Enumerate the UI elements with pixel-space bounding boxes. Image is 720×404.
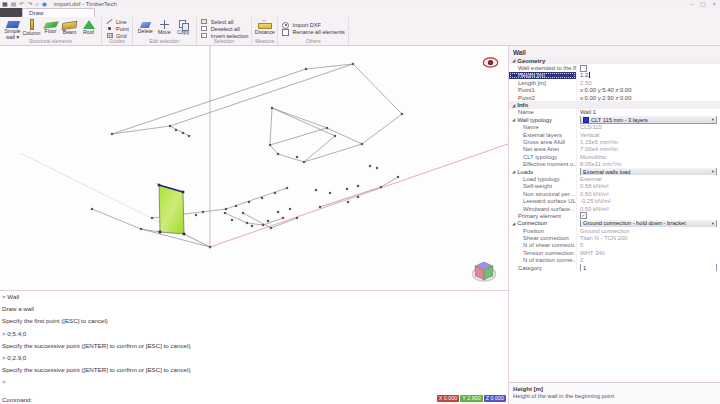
ribbon-roof-button[interactable]: Roof [79, 18, 98, 39]
ribbon-move-button[interactable]: Move [155, 18, 174, 39]
maximize-button[interactable]: ▢ [700, 0, 705, 8]
application-window: ▦▤↶↷⌕◉ import.dxf - TimberTech –▢× DrawV… [0, 0, 720, 404]
ribbon-group-others: Import DXFRename all elementsOthers [278, 17, 349, 45]
property-leeward-surface-uls[interactable]: Leeward surface ULS-0.25 kN/m² [509, 197, 720, 204]
distance-icon [258, 23, 272, 29]
connection-dropdown[interactable]: Ground connection - hold down - bracket▾ [580, 220, 717, 227]
property-self-weight[interactable]: Self-weight0.58 kN/m² [509, 183, 720, 190]
property-windward-surface[interactable]: Windward surface...0.50 kN/m² [509, 205, 720, 212]
chevron-down-icon: ▾ [712, 117, 714, 122]
property-load-typology[interactable]: Load typologyExternal [509, 175, 720, 182]
text-caret [589, 72, 590, 78]
ribbon-copy-button[interactable]: Copy [174, 18, 193, 39]
property-loads[interactable]: ◢LoadsExternal walls load▾ [509, 168, 720, 175]
help-icon[interactable]: ◉ [42, 0, 47, 8]
view-orientation-gizmo[interactable] [470, 258, 498, 284]
application-menu-button[interactable] [0, 8, 22, 17]
properties-panel: Wall ◢GeometryWall extended to the fl...… [508, 46, 720, 404]
category-input[interactable]: 1 [580, 264, 717, 271]
section-geometry[interactable]: ◢Geometry [509, 57, 720, 64]
ribbon-toolbar: Simple wall ▾ColumnFloorBeamRoofStructur… [0, 17, 720, 46]
ribbon-beam-button[interactable]: Beam [60, 18, 79, 39]
command-console[interactable]: > WallDraw a wallSpecify the first point… [0, 290, 508, 404]
checkbox-icon [282, 29, 289, 36]
property-name[interactable]: NameCL5/115 [509, 124, 720, 131]
selected-wall[interactable] [156, 183, 184, 234]
console-line: > 0;2.9;0 [0, 352, 508, 364]
property-position[interactable]: PositionGround connection [509, 227, 720, 234]
property-shear-connection[interactable]: Shear connectionTitan N - TCN 200 [509, 234, 720, 241]
close-button[interactable]: × [713, 0, 716, 8]
property-category[interactable]: Category1 [509, 264, 720, 271]
height-m-edit-value[interactable]: 1.2 [580, 72, 588, 78]
console-line: > [0, 376, 508, 388]
property-height-m[interactable]: Height [m]1.2 [509, 72, 720, 79]
console-line: Specify the first point ([ESC] to cancel… [0, 315, 508, 327]
property-help-description: Height of the wall in the beginning poin… [513, 393, 716, 399]
property-wall-extended-to-the-fl[interactable]: Wall extended to the fl... [509, 64, 720, 71]
undo-icon[interactable]: ↶ [19, 0, 24, 8]
property-connection[interactable]: ◢ConnectionGround connection - hold down… [509, 220, 720, 227]
save-icon[interactable]: ▤ [11, 0, 17, 8]
x-axis-guide [210, 144, 508, 247]
property-length-m[interactable]: Length [m]2.50 [509, 79, 720, 86]
loads-dropdown[interactable]: External walls load▾ [580, 168, 717, 175]
tab-draw[interactable]: Draw [22, 8, 95, 17]
minimize-button[interactable]: – [690, 0, 693, 8]
console-line: Specify the successive point ([ENTER] to… [0, 340, 508, 352]
property-point1[interactable]: Point1x:0.00 y:5.40 z:0.00 [509, 87, 720, 94]
window-title: import.dxf - TimberTech [54, 1, 117, 7]
point-icon [108, 27, 111, 30]
wireframe-drawing [0, 46, 508, 290]
ribbon-distance-button[interactable]: Distance [255, 18, 274, 39]
property-name[interactable]: NameWall 1 [509, 109, 720, 116]
property-help-title: Height [m] [513, 385, 716, 392]
ribbon-group-structural-elements: Simple wall ▾ColumnFloorBeamRoofStructur… [0, 17, 102, 45]
ribbon-floor-button[interactable]: Floor [41, 18, 60, 39]
property-gross-area-afull[interactable]: Gross area Afull1.15e5 mm²/m [509, 138, 720, 145]
coordinate-chip-z: Z 0.000 [484, 395, 506, 403]
command-prompt[interactable]: Command: [0, 396, 32, 403]
ribbon-line-button[interactable]: Line [105, 18, 129, 25]
property-net-area-anet[interactable]: Net area Anet7.00e4 mm²/m [509, 146, 720, 153]
window-controls: –▢× [690, 0, 720, 8]
ribbon-rename-all-elements-button[interactable]: Rename all elements [281, 29, 345, 36]
property-non-structural-per[interactable]: Non structural per...0.60 kN/m² [509, 190, 720, 197]
redo-icon[interactable]: ↷ [27, 0, 32, 8]
quick-access-toolbar: ▦▤↶↷⌕◉ [0, 0, 47, 8]
property-n-of-shear-connecti[interactable]: N of shear connecti...5 [509, 242, 720, 249]
property-n-of-traction-conne[interactable]: N of traction conne...2 [509, 257, 720, 264]
property-clt-typology[interactable]: CLT typologyMonolithic [509, 153, 720, 160]
primary-element-checkbox[interactable]: ✓ [580, 212, 587, 219]
property-point2[interactable]: Point2x:0.00 y:2.90 z:0.00 [509, 94, 720, 101]
visibility-eye-icon[interactable] [482, 55, 499, 68]
property-primary-element[interactable]: Primary element✓ [509, 212, 720, 219]
ribbon-deselect-all-button[interactable]: Deselect all [200, 25, 249, 32]
section-info[interactable]: ◢Info [509, 101, 720, 108]
group-expander-icon: ◢ [512, 117, 515, 122]
property-effective-moment-o[interactable]: Effective moment o...8.05e11 mm⁴/m [509, 160, 720, 167]
roof-icon [83, 20, 95, 29]
copy-icon [179, 20, 188, 29]
console-line: Draw a wall [0, 303, 508, 315]
zoom-icon[interactable]: ⌕ [35, 0, 38, 8]
menu-bar: DrawViewDefineProject propertiesValidate… [0, 8, 720, 17]
ribbon-point-button[interactable]: Point [105, 25, 129, 32]
status-coordinates: X 0.000Y 2.900Z 0.000 [437, 395, 506, 403]
wall-extended-to-the-fl-checkbox[interactable] [580, 65, 587, 72]
section-expander-icon: ◢ [512, 103, 515, 108]
property-tension-connection[interactable]: Tension connectionWHT 340 [509, 249, 720, 256]
ribbon-delete-button[interactable]: Delete [136, 18, 155, 39]
wall-typology-dropdown[interactable]: CLT 115 mm - 3 layers▾ [580, 116, 717, 123]
property-wall-typology[interactable]: ◢Wall typologyCLT 115 mm - 3 layers▾ [509, 116, 720, 123]
ribbon-column-button[interactable]: Column [22, 18, 41, 39]
ribbon-select-all-button[interactable]: Select all [200, 18, 249, 25]
vertex-points [91, 63, 403, 248]
app-icon[interactable]: ▦ [2, 0, 8, 8]
ribbon-simple-wall-button[interactable]: Simple wall ▾ [3, 18, 22, 39]
ribbon-import-dxf-button[interactable]: Import DXF [281, 22, 345, 29]
properties-panel-title: Wall [509, 46, 720, 57]
property-external-layers[interactable]: External layersVertical [509, 131, 720, 138]
drawing-canvas[interactable] [0, 46, 508, 290]
property-help-footer: Height [m] Height of the wall in the beg… [509, 382, 720, 404]
